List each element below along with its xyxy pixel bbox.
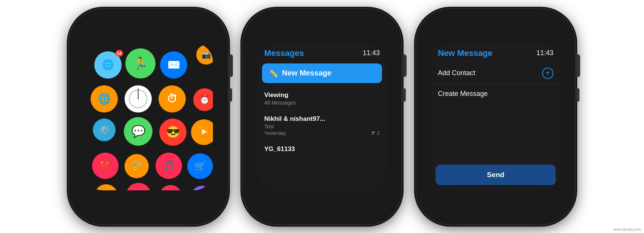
viewing-title: Viewing [264,91,380,99]
viewing-row[interactable]: Viewing All Messages [257,87,387,110]
create-message-label: Create Message [438,90,488,97]
watch-3-screen: New Message 11:43 Add Contact + Create M… [431,43,560,190]
svg-point-1 [373,131,375,133]
messages-title: Messages [264,48,304,58]
app-bubble[interactable]: 🦻 [125,154,149,178]
app-bubble[interactable]: ⏰ [193,88,213,111]
app-bubble[interactable]: 🛒 [187,153,213,179]
partial-conversation-name: YG_61133 [264,145,380,153]
app-bubble[interactable]: 📷 [196,45,213,65]
watch-2-screen: Messages 11:43 ✏️ New Message Viewing Al… [257,43,387,190]
svg-point-0 [372,131,373,133]
watch-1-screen: 🌐 14 🏃 ✉️ 📷 🌐 ⏱ ⏰ ⚙️ 💬 😎 ▶️ [84,43,213,190]
add-contact-row[interactable]: Add Contact + [431,62,560,84]
app-bubble[interactable]: 😎 [159,119,186,146]
app-bubble[interactable]: ✉️ [160,51,187,79]
app-bubble[interactable]: ⚙️ [93,119,116,141]
badge: 14 [116,50,123,57]
app-bubble[interactable]: ⏱ [159,85,186,113]
app-bubble[interactable]: 📡 [126,183,151,190]
conversation-count: 2 [371,130,380,136]
new-message-label: New Message [282,69,331,77]
spacer [431,103,560,162]
conversation-item[interactable]: Nikhil & nishant97... Test Yesterday 2 [257,110,387,140]
watch-2: Messages 11:43 ✏️ New Message Viewing Al… [243,9,401,224]
conversation-preview: Test [264,123,380,130]
messages-screen: Messages 11:43 ✏️ New Message Viewing Al… [257,43,387,190]
app-bubble[interactable]: 📊 [159,185,182,190]
add-contact-icon[interactable]: + [542,68,553,79]
send-button[interactable]: Send [436,165,556,185]
add-contact-label: Add Contact [438,69,475,77]
app-bubble[interactable]: 📖 [94,184,118,190]
messages-header: Messages 11:43 [257,43,387,62]
new-message-screen: New Message 11:43 Add Contact + Create M… [431,43,560,190]
app-bubble[interactable]: 🌐 14 [94,51,122,79]
app-bubble[interactable] [125,85,152,113]
new-message-screen-title: New Message [438,48,492,58]
watch-3: New Message 11:43 Add Contact + Create M… [416,9,575,224]
people-icon [371,131,376,135]
watch-1: 🌐 14 🏃 ✉️ 📷 🌐 ⏱ ⏰ ⚙️ 💬 😎 ▶️ [69,9,228,224]
app-bubble[interactable]: 💬 [124,117,153,146]
watermark: www.deuaq.com [613,227,641,231]
conversation-name: Nikhil & nishant97... [264,115,380,123]
app-bubble[interactable]: ❤️ [92,153,119,179]
conversation-meta: Yesterday 2 [264,130,380,136]
new-message-header: New Message 11:43 [431,43,560,62]
viewing-subtitle: All Messages [264,100,380,106]
send-label: Send [487,171,504,179]
partial-conversation-item[interactable]: YG_61133 [257,140,387,157]
create-message-row[interactable]: Create Message [431,84,560,103]
new-message-screen-time: 11:43 [536,49,553,57]
app-bubble[interactable]: 📱 [191,186,213,190]
app-grid: 🌐 14 🏃 ✉️ 📷 🌐 ⏱ ⏰ ⚙️ 💬 😎 ▶️ [84,43,213,190]
conversation-date: Yesterday [264,130,286,136]
messages-time: 11:43 [363,49,380,57]
app-bubble[interactable]: 🎵 [156,153,182,179]
compose-icon: ✏️ [269,69,278,78]
app-bubble[interactable]: 🌐 [91,85,118,113]
app-bubble[interactable]: ▶️ [191,119,213,145]
new-message-button[interactable]: ✏️ New Message [262,63,382,83]
app-bubble[interactable]: 🏃 [125,48,156,79]
